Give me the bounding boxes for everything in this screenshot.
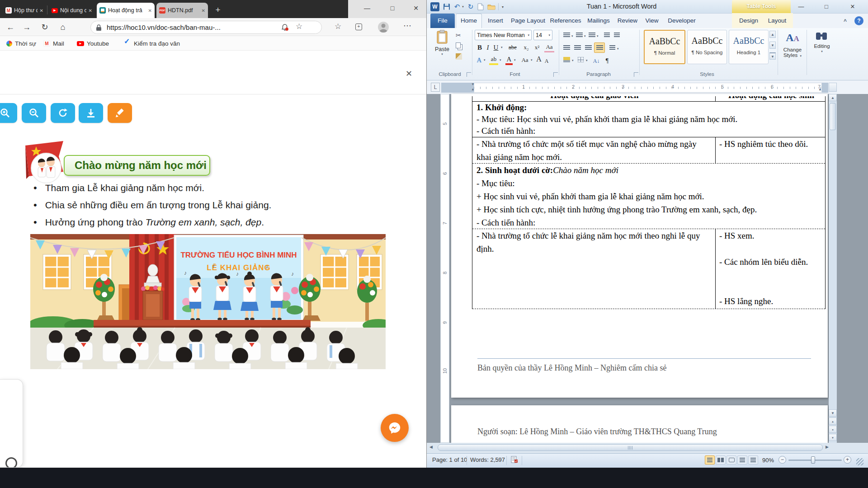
shading-dropdown[interactable]: ▾ <box>572 59 574 62</box>
grow-font-button[interactable]: A <box>535 54 542 64</box>
scroll-down-button[interactable]: ▼ <box>829 409 837 417</box>
web-layout-view-button[interactable] <box>726 455 736 465</box>
word-minimize-button[interactable]: — <box>791 1 811 13</box>
settings-dots-icon[interactable]: ⋯ <box>403 21 411 31</box>
line-spacing-dropdown[interactable]: ▾ <box>617 47 619 51</box>
edit-button[interactable] <box>108 103 132 123</box>
page-1[interactable]: Hoạt động của giáo viên Hoạt động của họ… <box>451 94 828 398</box>
tab-gmail[interactable]: M Hộp thư đến - ✕ <box>3 3 46 18</box>
partial-tool-icon[interactable] <box>5 457 17 468</box>
cut-icon[interactable]: ✂ <box>456 32 461 39</box>
increase-indent-icon[interactable] <box>614 33 620 38</box>
line-spacing-icon[interactable] <box>609 45 615 50</box>
favorites-bar-icon[interactable]: ☆ <box>335 22 341 31</box>
borders-icon[interactable] <box>578 57 584 62</box>
draft-view-button[interactable] <box>748 455 758 465</box>
home-button[interactable]: ⌂ <box>55 18 71 36</box>
scrollbar-thumb[interactable] <box>830 103 836 130</box>
new-document-icon[interactable] <box>477 3 484 10</box>
save-icon[interactable] <box>443 3 450 10</box>
tab-selector[interactable]: L <box>431 83 440 92</box>
styles-gallery-expand[interactable]: ▼ <box>769 52 776 60</box>
shrink-font-button[interactable]: A <box>543 56 550 66</box>
styles-scroll-up[interactable]: ▲ <box>769 31 776 38</box>
tab-mailings[interactable]: Mailings <box>584 14 613 28</box>
resize-grip[interactable] <box>856 458 863 465</box>
justify-button-selected[interactable] <box>594 42 605 53</box>
notification-bell-icon[interactable] <box>281 23 288 32</box>
font-color-button[interactable]: A <box>505 55 513 65</box>
highlight-dropdown[interactable]: ▾ <box>500 58 501 62</box>
scroll-left-button[interactable]: ◀ <box>429 445 433 449</box>
bookmark-youtube[interactable]: Youtube <box>87 37 109 51</box>
change-case-button[interactable]: Aa <box>520 55 530 65</box>
zoom-in-button[interactable] <box>0 103 17 123</box>
page-indicator[interactable]: Page: 1 of 10 <box>432 456 467 463</box>
browser-close-button[interactable]: ✕ <box>406 0 426 16</box>
zoom-out-button[interactable] <box>22 103 46 123</box>
borders-dropdown[interactable]: ▾ <box>586 59 588 62</box>
underline-dropdown-icon[interactable]: ▾ <box>501 46 503 49</box>
multilevel-list-icon[interactable] <box>589 33 595 38</box>
underline-button[interactable]: U <box>493 42 499 52</box>
horizontal-scrollbar[interactable]: ◀ ▶ <box>427 443 868 453</box>
tab-close-icon[interactable]: ✕ <box>40 8 43 13</box>
qat-customize-icon[interactable]: ▾ <box>500 2 505 12</box>
help-button[interactable]: ? <box>854 16 863 25</box>
bookmark-thoi-su[interactable]: Thời sự <box>15 37 36 51</box>
tab-view[interactable]: View <box>642 14 662 28</box>
favorite-star-icon[interactable]: ☆ <box>296 22 302 31</box>
undo-dropdown-icon[interactable]: ▾ <box>461 2 465 12</box>
text-effects-button[interactable]: A <box>476 55 483 65</box>
clipboard-launcher[interactable] <box>467 72 471 77</box>
clear-formatting-button[interactable]: Aa <box>544 42 554 52</box>
sort-button[interactable]: A↓ <box>591 56 601 66</box>
tab-developer[interactable]: Developer <box>664 14 700 28</box>
bookmark-kiem-tra-dao-van[interactable]: Kiểm tra đạo văn <box>134 37 180 51</box>
undo-button[interactable]: ↶ <box>453 2 461 12</box>
align-center-icon[interactable] <box>574 45 581 50</box>
refresh-button[interactable] <box>51 103 75 123</box>
style-heading1[interactable]: AaBbCcHeading 1 <box>729 30 769 64</box>
scroll-right-button[interactable]: ▶ <box>826 445 829 449</box>
ruler-toggle-button[interactable] <box>829 83 837 92</box>
forward-button[interactable]: → <box>19 18 34 36</box>
print-layout-view-button[interactable] <box>705 455 715 465</box>
change-styles-button[interactable]: AA Change Styles ▾ <box>779 32 806 58</box>
zoom-in-button[interactable]: + <box>844 456 851 464</box>
align-right-icon[interactable] <box>585 45 592 50</box>
tab-hoc10-active[interactable]: Hoạt động trả ✕ <box>97 3 155 18</box>
tab-youtube[interactable]: ▶ Nội dung của ✕ <box>49 3 95 18</box>
word-count[interactable]: Words: 2,597 <box>470 456 505 463</box>
browser-maximize-button[interactable]: □ <box>382 0 402 16</box>
new-tab-button[interactable]: + <box>212 4 224 16</box>
font-color-dropdown[interactable]: ▾ <box>514 58 516 62</box>
outline-view-button[interactable] <box>737 455 747 465</box>
bullet-list-dropdown[interactable]: ▾ <box>571 34 573 38</box>
style-no-spacing[interactable]: AaBbCc¶ No Spacing <box>687 30 727 64</box>
right-indent-marker[interactable]: ▲ <box>818 87 822 91</box>
paragraph-launcher[interactable] <box>634 72 638 77</box>
reload-button[interactable]: ↻ <box>37 18 52 36</box>
collapse-ribbon-icon[interactable]: ^ <box>844 18 847 24</box>
text-effects-dropdown[interactable]: ▾ <box>484 58 486 62</box>
hanging-indent-marker[interactable]: ▲ <box>471 87 475 91</box>
tab-page-layout[interactable]: Page Layout <box>509 14 547 28</box>
tab-insert[interactable]: Insert <box>484 14 507 28</box>
browse-object-button[interactable]: ● <box>829 426 837 433</box>
vertical-scrollbar[interactable]: ▲ ▼ ▲ ● ▼ <box>829 94 837 443</box>
format-painter-icon[interactable] <box>456 53 462 60</box>
word-maximize-button[interactable]: □ <box>816 1 836 13</box>
redo-button[interactable]: ↻ <box>467 2 475 12</box>
font-launcher[interactable] <box>553 72 558 77</box>
fullscreen-reading-view-button[interactable] <box>716 455 726 465</box>
subscript-button[interactable]: x₂ <box>522 42 531 52</box>
messenger-button[interactable] <box>381 414 409 442</box>
shading-icon[interactable] <box>563 57 570 62</box>
zoom-out-button[interactable]: − <box>778 456 786 464</box>
zoom-level[interactable]: 90% <box>762 457 774 464</box>
tab-close-icon[interactable]: ✕ <box>148 8 152 13</box>
zoom-slider-thumb[interactable] <box>811 456 815 464</box>
collections-icon[interactable]: + <box>355 23 362 30</box>
superscript-button[interactable]: x² <box>533 42 542 52</box>
